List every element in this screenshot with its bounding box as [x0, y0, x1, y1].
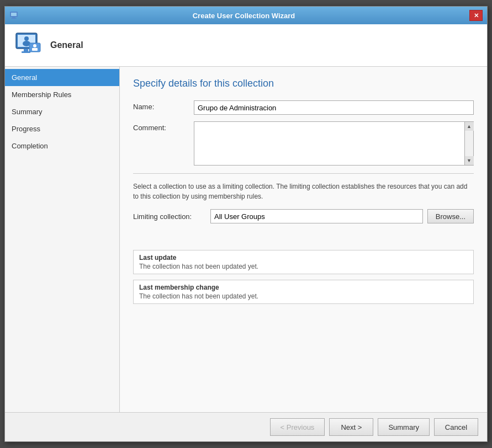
header-label: General: [50, 40, 83, 50]
close-button[interactable]: ✕: [469, 10, 483, 21]
previous-button[interactable]: < Previous: [270, 418, 325, 436]
next-button[interactable]: Next >: [329, 418, 373, 436]
last-membership-title: Last membership change: [139, 284, 468, 291]
divider-1: [133, 173, 474, 174]
limiting-collection-row: Limiting collection: Browse...: [133, 209, 474, 223]
header-section: General: [5, 24, 487, 67]
limiting-input[interactable]: [210, 209, 423, 223]
last-update-text: The collection has not been updated yet.: [139, 263, 468, 270]
svg-rect-12: [32, 48, 38, 51]
sidebar-item-progress[interactable]: Progress: [5, 120, 119, 137]
content-area: Specify details for this collection Name…: [120, 67, 487, 412]
scroll-up-arrow[interactable]: ▲: [465, 122, 474, 131]
comment-textarea[interactable]: [194, 122, 473, 165]
browse-button[interactable]: Browse...: [427, 209, 474, 223]
svg-rect-8: [24, 49, 28, 51]
svg-point-11: [33, 44, 36, 47]
description-text: Select a collection to use as a limiting…: [133, 182, 474, 201]
last-membership-text: The collection has not been updated yet.: [139, 292, 468, 300]
app-icon: [9, 11, 18, 20]
scroll-track: [465, 131, 473, 156]
cancel-button[interactable]: Cancel: [434, 418, 478, 436]
svg-rect-1: [11, 13, 17, 16]
comment-wrapper: ▲ ▼: [194, 121, 474, 166]
comment-label: Comment:: [133, 121, 194, 132]
svg-rect-9: [22, 51, 30, 53]
content-title: Specify details for this collection: [133, 78, 474, 89]
summary-button[interactable]: Summary: [378, 418, 430, 436]
limiting-label: Limiting collection:: [133, 212, 210, 221]
scroll-down-arrow[interactable]: ▼: [465, 156, 474, 165]
name-row: Name:: [133, 100, 474, 115]
sidebar: General Membership Rules Summary Progres…: [5, 67, 120, 412]
sidebar-item-general[interactable]: General: [5, 69, 119, 86]
dialog-footer: < Previous Next > Summary Cancel: [5, 412, 487, 441]
sidebar-item-completion[interactable]: Completion: [5, 137, 119, 154]
name-input[interactable]: [194, 100, 474, 115]
last-update-title: Last update: [139, 254, 468, 262]
svg-rect-3: [11, 18, 17, 19]
last-update-box: Last update The collection has not been …: [133, 250, 474, 274]
comment-scrollbar: ▲ ▼: [464, 122, 473, 165]
header-icon: [14, 31, 43, 60]
last-membership-box: Last membership change The collection ha…: [133, 280, 474, 304]
title-bar: Create User Collection Wizard ✕: [5, 7, 487, 24]
sidebar-item-summary[interactable]: Summary: [5, 103, 119, 120]
svg-rect-2: [12, 17, 15, 18]
sidebar-item-membership-rules[interactable]: Membership Rules: [5, 86, 119, 103]
name-label: Name:: [133, 100, 194, 111]
svg-point-6: [24, 36, 29, 41]
comment-row: Comment: ▲ ▼: [133, 121, 474, 166]
cursor-area: [133, 233, 474, 250]
dialog-title: Create User Collection Wizard: [18, 12, 469, 20]
dialog-window: Create User Collection Wizard ✕: [4, 6, 488, 442]
